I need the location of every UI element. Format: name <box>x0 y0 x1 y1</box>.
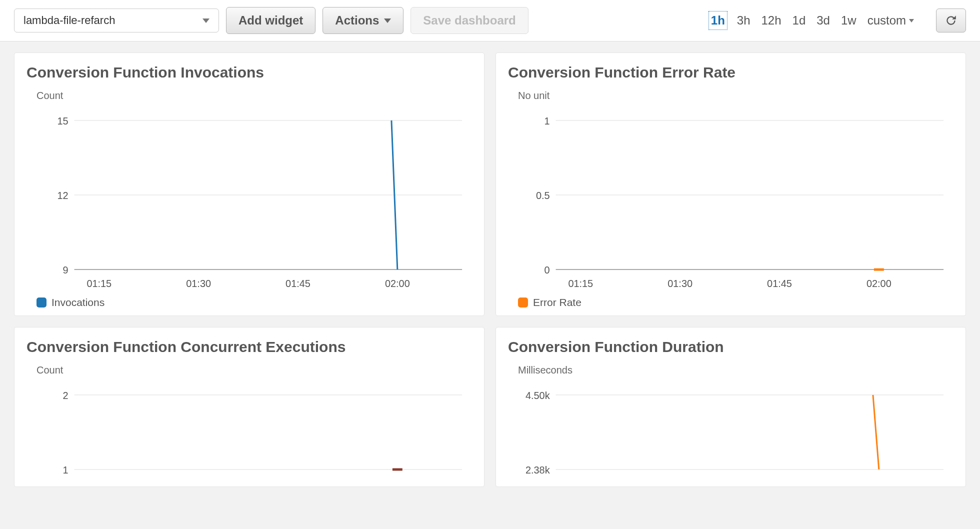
time-range-custom[interactable]: custom <box>868 14 914 28</box>
widget-invocations: Conversion Function Invocations Count 15… <box>14 52 484 316</box>
save-dashboard-button[interactable]: Save dashboard <box>410 7 528 34</box>
time-range-1w[interactable]: 1w <box>841 14 856 28</box>
legend: Invocations <box>36 296 472 308</box>
unit-label: Count <box>36 90 472 102</box>
chart-concurrent: 2 1 <box>34 380 472 480</box>
chevron-down-icon <box>909 19 914 22</box>
add-widget-button[interactable]: Add widget <box>226 7 316 34</box>
dashboard-name-label: lambda-file-refarch <box>24 14 115 27</box>
dashboard-selector[interactable]: lambda-file-refarch <box>14 8 219 32</box>
actions-button[interactable]: Actions <box>322 7 404 34</box>
chevron-down-icon <box>384 18 391 23</box>
ytick-15: 15 <box>58 116 68 126</box>
chevron-down-icon <box>202 18 210 23</box>
time-range-3d[interactable]: 3d <box>816 14 830 28</box>
ytick: 0.5 <box>536 190 550 201</box>
unit-label: No unit <box>518 90 954 102</box>
legend-swatch <box>36 298 46 308</box>
xtick: 01:30 <box>186 278 211 289</box>
chart-invocations: 15 12 9 01:15 01:30 01:45 02:00 <box>34 106 472 290</box>
xtick: 02:00 <box>866 278 892 289</box>
ytick: 2.38k <box>526 464 550 476</box>
time-range-custom-label: custom <box>868 14 906 28</box>
xtick: 01:30 <box>668 278 692 289</box>
widget-error-rate: Conversion Function Error Rate No unit 1… <box>496 52 966 316</box>
legend: Error Rate <box>518 296 954 308</box>
add-widget-label: Add widget <box>238 14 303 28</box>
time-range-12h[interactable]: 12h <box>762 14 782 28</box>
widget-grid: Conversion Function Invocations Count 15… <box>0 42 980 498</box>
toolbar: lambda-file-refarch Add widget Actions S… <box>0 0 980 42</box>
widget-title: Conversion Function Error Rate <box>508 64 954 81</box>
unit-label: Count <box>36 364 472 376</box>
legend-swatch <box>518 298 528 308</box>
ytick-9: 9 <box>63 264 68 276</box>
widget-duration: Conversion Function Duration Millisecond… <box>496 327 966 487</box>
ytick: 0 <box>544 264 550 276</box>
widget-title: Conversion Function Invocations <box>26 64 472 81</box>
legend-label: Error Rate <box>533 296 582 308</box>
widget-title: Conversion Function Duration <box>508 338 954 356</box>
unit-label: Milliseconds <box>518 364 954 376</box>
actions-label: Actions <box>335 14 379 28</box>
series-line-duration <box>873 395 879 470</box>
chart-error-rate: 1 0.5 0 01:15 01:30 01:45 02:00 <box>516 106 954 290</box>
xtick: 01:15 <box>568 278 593 289</box>
time-range-3h[interactable]: 3h <box>737 14 750 28</box>
ytick: 2 <box>63 390 68 401</box>
xtick: 01:45 <box>767 278 792 289</box>
xtick: 02:00 <box>385 278 410 289</box>
xtick: 01:45 <box>286 278 310 289</box>
save-dashboard-label: Save dashboard <box>423 14 516 28</box>
time-range-selector: 1h 3h 12h 1d 3d 1w custom <box>710 12 914 28</box>
ytick-12: 12 <box>58 190 68 201</box>
widget-concurrent: Conversion Function Concurrent Execution… <box>14 327 484 487</box>
time-range-1h[interactable]: 1h <box>710 12 726 28</box>
chart-duration: 4.50k 2.38k <box>516 380 954 480</box>
ytick: 1 <box>544 116 550 126</box>
widget-title: Conversion Function Concurrent Execution… <box>26 338 472 356</box>
refresh-button[interactable] <box>936 8 966 32</box>
legend-label: Invocations <box>52 296 104 308</box>
ytick: 4.50k <box>526 390 550 401</box>
xtick: 01:15 <box>86 278 112 289</box>
ytick: 1 <box>63 464 68 476</box>
refresh-icon <box>944 14 958 27</box>
time-range-1d[interactable]: 1d <box>792 14 806 28</box>
